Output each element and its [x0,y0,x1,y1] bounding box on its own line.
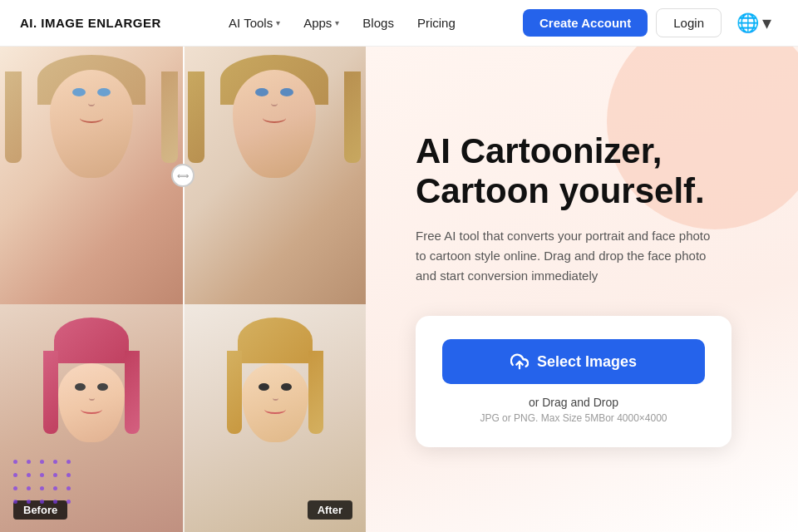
file-info-text: JPG or PNG. Max Size 5MBor 4000×4000 [442,412,705,424]
hero-subtitle: Free AI tool that converts your portrait… [416,226,715,286]
select-images-button[interactable]: Select Images [442,339,705,384]
split-comparison: ⟺ [0,47,366,304]
nav-pricing[interactable]: Pricing [407,11,466,35]
upload-card: Select Images or Drag and Drop JPG or PN… [416,316,732,447]
nav-ai-tools[interactable]: AI Tools ▾ [219,11,290,35]
create-account-button[interactable]: Create Account [523,9,648,37]
chevron-down-icon: ▾ [276,18,280,27]
brand-logo[interactable]: AI. IMAGE ENLARGER [20,16,161,30]
dot-grid-decoration [13,460,75,508]
right-content-panel: AI Cartoonizer,Cartoon yourself. Free AI… [366,47,798,532]
cartoon-after-panel: After [183,304,366,532]
left-image-panel: ⟺ [0,47,366,532]
photo-before-top [0,47,183,304]
hero-title: AI Cartoonizer,Cartoon yourself. [416,131,756,212]
globe-icon: 🌐 [736,12,759,34]
upload-icon [510,352,529,371]
chevron-down-icon: ▾ [762,12,771,34]
language-selector[interactable]: 🌐 ▾ [730,7,778,39]
label-after: After [308,500,352,520]
nav-links: AI Tools ▾ Apps ▾ Blogs Pricing [219,11,466,35]
navbar: AI. IMAGE ENLARGER AI Tools ▾ Apps ▾ Blo… [0,0,798,47]
main-content: ⟺ [0,47,798,532]
chevron-down-icon: ▾ [335,18,339,27]
drag-drop-text: or Drag and Drop [442,396,705,409]
photo-after-top [183,47,366,304]
nav-actions: Create Account Login 🌐 ▾ [523,7,778,39]
split-handle[interactable]: ⟺ [171,164,195,187]
bottom-cartoon-row: Before After [0,304,366,532]
nav-blogs[interactable]: Blogs [352,11,404,35]
login-button[interactable]: Login [656,8,722,37]
nav-apps[interactable]: Apps ▾ [293,11,349,35]
